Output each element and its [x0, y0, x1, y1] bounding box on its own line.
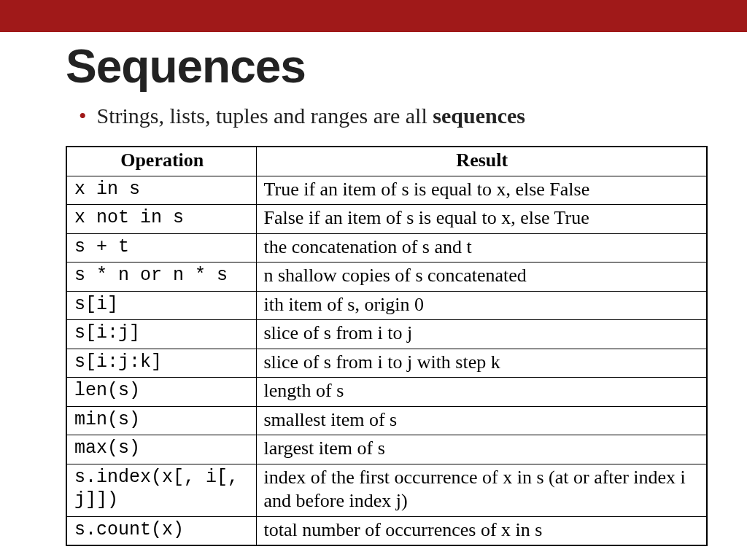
table-row: x in sTrue if an item of s is equal to x…	[66, 176, 707, 205]
table-container: Operation Result x in sTrue if an item o…	[0, 146, 747, 546]
slide-content: Sequences • Strings, lists, tuples and r…	[0, 32, 747, 128]
table-row: s.index(x[, i[, j]])index of the first o…	[66, 464, 707, 516]
op-cell: s.index(x[, i[, j]])	[66, 464, 256, 516]
op-cell: s * n or n * s	[66, 262, 256, 292]
op-cell: s[i:j:k]	[66, 349, 256, 378]
slide-title: Sequences	[66, 39, 718, 93]
op-cell: len(s)	[66, 378, 256, 407]
op-cell: max(s)	[66, 435, 256, 464]
bullet-item: • Strings, lists, tuples and ranges are …	[79, 104, 718, 128]
table-header-row: Operation Result	[66, 147, 707, 176]
res-cell: the concatenation of s and t	[256, 233, 707, 262]
table-row: min(s)smallest item of s	[66, 406, 707, 435]
table-row: s[i]ith item of s, origin 0	[66, 291, 707, 320]
table-row: len(s)length of s	[66, 378, 707, 407]
table-row: s.count(x)total number of occurrences of…	[66, 516, 707, 545]
op-cell: min(s)	[66, 406, 256, 435]
operations-table: Operation Result x in sTrue if an item o…	[66, 146, 708, 546]
op-cell: s + t	[66, 233, 256, 262]
table-row: x not in sFalse if an item of s is equal…	[66, 205, 707, 234]
bullet-prefix: Strings, lists, tuples and ranges are al…	[97, 104, 433, 128]
accent-bar	[0, 0, 747, 32]
header-result: Result	[256, 147, 707, 176]
bullet-bold: sequences	[433, 104, 525, 128]
table-row: s[i:j]slice of s from i to j	[66, 320, 707, 349]
res-cell: total number of occurrences of x in s	[256, 516, 707, 545]
op-cell: s.count(x)	[66, 516, 256, 545]
table-row: max(s)largest item of s	[66, 435, 707, 464]
op-cell: s[i:j]	[66, 320, 256, 349]
res-cell: length of s	[256, 378, 707, 407]
header-operation: Operation	[66, 147, 256, 176]
bullet-text: Strings, lists, tuples and ranges are al…	[97, 104, 525, 128]
res-cell: slice of s from i to j with step k	[256, 349, 707, 378]
res-cell: largest item of s	[256, 435, 707, 464]
op-cell: x in s	[66, 176, 256, 205]
res-cell: index of the first occurrence of x in s …	[256, 464, 707, 516]
res-cell: False if an item of s is equal to x, els…	[256, 205, 707, 234]
res-cell: ith item of s, origin 0	[256, 291, 707, 320]
table-row: s + tthe concatenation of s and t	[66, 233, 707, 262]
res-cell: True if an item of s is equal to x, else…	[256, 176, 707, 205]
res-cell: n shallow copies of s concatenated	[256, 262, 707, 292]
table-row: s[i:j:k]slice of s from i to j with step…	[66, 349, 707, 378]
res-cell: smallest item of s	[256, 406, 707, 435]
op-cell: s[i]	[66, 291, 256, 320]
bullet-dot-icon: •	[79, 105, 87, 127]
res-cell: slice of s from i to j	[256, 320, 707, 349]
table-row: s * n or n * sn shallow copies of s conc…	[66, 262, 707, 292]
op-cell: x not in s	[66, 205, 256, 234]
